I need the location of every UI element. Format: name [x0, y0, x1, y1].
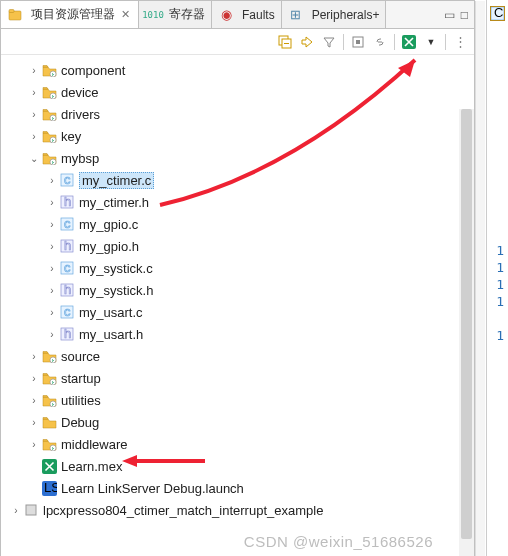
twisty-icon[interactable]: › [45, 263, 59, 274]
node-label: Learn.mex [61, 459, 122, 474]
node-label: my_ctimer.h [79, 195, 149, 210]
scrollbar-thumb[interactable] [461, 109, 472, 539]
link-editor-icon[interactable] [297, 32, 317, 52]
folder-mybsp[interactable]: ⌄ mybsp [1, 147, 474, 169]
node-label: my_usart.h [79, 327, 143, 342]
twisty-icon[interactable]: › [27, 417, 41, 428]
folder-Debug[interactable]: › Debug [1, 411, 474, 433]
svg-text:LS: LS [44, 481, 57, 495]
twisty-icon[interactable]: › [45, 175, 59, 186]
project-lpcxpresso804[interactable]: › lpcxpresso804_ctimer_match_interrupt_e… [1, 499, 474, 521]
twisty-icon[interactable]: › [27, 351, 41, 362]
close-icon[interactable]: ✕ [119, 8, 132, 21]
node-label: source [61, 349, 100, 364]
file-my_usart-h[interactable]: › h my_usart.h [1, 323, 474, 345]
file-my_ctimer-h[interactable]: › h my_ctimer.h [1, 191, 474, 213]
node-label: my_systick.c [79, 261, 153, 276]
folder-middleware[interactable]: › middleware [1, 433, 474, 455]
view-menu-icon[interactable]: ⋮ [450, 32, 470, 52]
view-controls: ▭ □ [444, 8, 474, 22]
twisty-icon[interactable]: › [45, 197, 59, 208]
line-numbers: 1111 1 [496, 242, 504, 344]
twisty-icon[interactable]: › [27, 395, 41, 406]
node-icon: h [59, 238, 75, 254]
node-label: Debug [61, 415, 99, 430]
collapse-all-icon[interactable] [275, 32, 295, 52]
folder-startup[interactable]: › startup [1, 367, 474, 389]
twisty-icon[interactable]: › [45, 241, 59, 252]
file-my_gpio-c[interactable]: › c my_gpio.c [1, 213, 474, 235]
dropdown-arrow-icon[interactable]: ▼ [421, 32, 441, 52]
node-label: my_usart.c [79, 305, 143, 320]
right-separator[interactable] [475, 1, 485, 556]
node-label: startup [61, 371, 101, 386]
svg-text:c: c [64, 217, 71, 231]
tab-registers[interactable]: 1010 寄存器 [139, 1, 212, 28]
node-label: Learn LinkServer Debug.launch [61, 481, 244, 496]
focus-icon[interactable] [348, 32, 368, 52]
twisty-icon[interactable]: › [27, 131, 41, 142]
file-Learn-mex[interactable]: Learn.mex [1, 455, 474, 477]
node-icon [23, 502, 39, 518]
folder-utilities[interactable]: › utilities [1, 389, 474, 411]
project-explorer-panel: 项目资源管理器 ✕ 1010 寄存器 ◉ Faults ⊞ Peripheral… [0, 0, 475, 556]
twisty-icon[interactable]: ⌄ [27, 153, 41, 164]
folder-key[interactable]: › key [1, 125, 474, 147]
svg-text:h: h [64, 195, 71, 209]
svg-rect-36 [26, 505, 36, 515]
twisty-icon[interactable]: › [27, 109, 41, 120]
link-icon[interactable] [370, 32, 390, 52]
faults-icon: ◉ [218, 7, 234, 23]
maximize-icon[interactable]: □ [461, 8, 468, 22]
twisty-icon[interactable]: › [27, 439, 41, 450]
folder-component[interactable]: › component [1, 59, 474, 81]
twisty-icon[interactable]: › [45, 329, 59, 340]
node-label: my_gpio.h [79, 239, 139, 254]
svg-text:h: h [64, 283, 71, 297]
minimize-icon[interactable]: ▭ [444, 8, 455, 22]
node-label: my_gpio.c [79, 217, 138, 232]
node-label: utilities [61, 393, 101, 408]
tab-label: 项目资源管理器 [31, 6, 115, 23]
node-icon [41, 392, 57, 408]
node-icon [41, 128, 57, 144]
tab-project-explorer[interactable]: 项目资源管理器 ✕ [1, 1, 139, 28]
project-tree[interactable]: › component › device › drivers › key ⌄ m… [1, 55, 474, 556]
node-icon [41, 84, 57, 100]
tab-peripherals[interactable]: ⊞ Peripherals+ [282, 1, 387, 28]
folder-source[interactable]: › source [1, 345, 474, 367]
twisty-icon[interactable]: › [45, 219, 59, 230]
folder-device[interactable]: › device [1, 81, 474, 103]
mex-tool-icon[interactable] [399, 32, 419, 52]
file-my_gpio-h[interactable]: › h my_gpio.h [1, 235, 474, 257]
tab-label: Peripherals+ [312, 8, 380, 22]
registers-icon: 1010 [145, 7, 161, 23]
vertical-scrollbar[interactable] [459, 109, 474, 556]
twisty-icon[interactable]: › [45, 285, 59, 296]
gutter-c-icon[interactable]: C [490, 6, 505, 21]
filter-icon[interactable] [319, 32, 339, 52]
folder-drivers[interactable]: › drivers [1, 103, 474, 125]
twisty-icon[interactable]: › [9, 505, 23, 516]
svg-text:C: C [494, 7, 503, 20]
node-icon [41, 458, 57, 474]
editor-gutter: C 1111 1 [486, 0, 508, 556]
tab-faults[interactable]: ◉ Faults [212, 1, 282, 28]
file-my_systick-c[interactable]: › c my_systick.c [1, 257, 474, 279]
node-icon: LS [41, 480, 57, 496]
node-icon [41, 436, 57, 452]
twisty-icon[interactable]: › [45, 307, 59, 318]
file-my_usart-c[interactable]: › c my_usart.c [1, 301, 474, 323]
file-Learn-LinkServer-Debug-launch[interactable]: LS Learn LinkServer Debug.launch [1, 477, 474, 499]
file-my_systick-h[interactable]: › h my_systick.h [1, 279, 474, 301]
node-label: lpcxpresso804_ctimer_match_interrupt_exa… [43, 503, 323, 518]
file-my_ctimer-c[interactable]: › c my_ctimer.c [1, 169, 474, 191]
node-label: my_ctimer.c [79, 172, 154, 189]
node-icon: c [59, 216, 75, 232]
twisty-icon[interactable]: › [27, 65, 41, 76]
node-icon [41, 370, 57, 386]
twisty-icon[interactable]: › [27, 373, 41, 384]
explorer-toolbar: ▼ ⋮ [1, 29, 474, 55]
twisty-icon[interactable]: › [27, 87, 41, 98]
svg-text:c: c [64, 261, 71, 275]
